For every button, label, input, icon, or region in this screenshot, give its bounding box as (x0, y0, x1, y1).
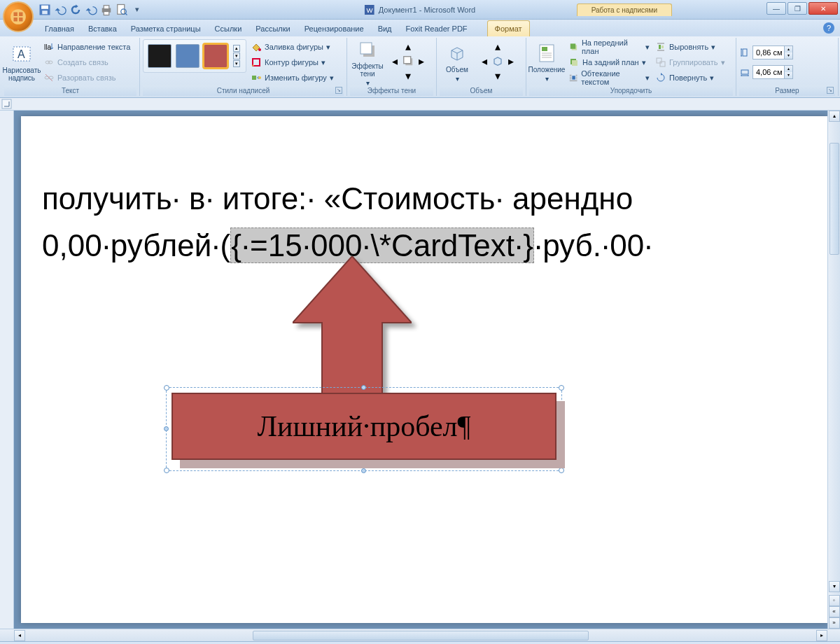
document-area: получить· в· итоге:· «Стоимость· арендно… (0, 111, 840, 629)
tab-foxit[interactable]: Foxit Reader PDF (399, 21, 475, 36)
style-swatch-3[interactable] (204, 44, 227, 68)
position-button[interactable]: Положение▾ (529, 39, 564, 85)
tab-review[interactable]: Рецензирование (298, 21, 371, 36)
qat-customize-icon[interactable]: ▾ (130, 3, 144, 17)
shape-outline-button[interactable]: Контур фигуры ▾ (249, 55, 335, 70)
title-bar: ▾ W Документ1 - Microsoft Word Работа с … (0, 0, 840, 20)
horizontal-ruler[interactable] (0, 98, 840, 111)
dialog-launcher-icon[interactable]: ↘ (335, 87, 342, 94)
status-bar: Страница: 1 из 1 Число слов: 2/69 Русски… (0, 641, 840, 644)
group-arrange-label: Упорядочить (529, 85, 733, 96)
draw-textbox-button[interactable]: A Нарисовать надпись (4, 39, 39, 85)
change-shape-button[interactable]: Изменить фигуру ▾ (249, 70, 335, 85)
send-back-button[interactable]: На задний план ▾ (567, 55, 651, 70)
scroll-right-icon[interactable]: ▸ (816, 630, 827, 641)
align-button[interactable]: Выровнять ▾ (654, 39, 727, 55)
svg-point-21 (258, 76, 261, 79)
text-direction-icon: lla (43, 41, 55, 52)
scroll-thumb-h[interactable] (253, 631, 589, 640)
tilt-up-icon[interactable]: ▴ (491, 39, 505, 53)
text-wrap-button[interactable]: Обтекание текстом ▾ (567, 70, 651, 85)
svg-rect-25 (404, 57, 411, 64)
office-button[interactable] (3, 1, 34, 32)
svg-rect-33 (659, 45, 661, 49)
group-shadow: Эффекты тени▾ ▴ ◂ ▸ ▾ Эффекты тени (347, 38, 437, 96)
textbox-icon: A (10, 43, 33, 65)
tab-pagelayout[interactable]: Разметка страницы (124, 21, 208, 36)
break-link-button[interactable]: Разорвать связь (42, 70, 132, 85)
group-3d: Объем▾ ▴ ◂ ▸ ▾ Объем (437, 38, 526, 96)
group-3d-label: Объем (440, 85, 523, 96)
document-text[interactable]: получить· в· итоге:· «Стоимость· арендно… (42, 176, 827, 270)
tilt-left-icon[interactable]: ◂ (477, 54, 491, 68)
scroll-down-icon[interactable]: ▾ (829, 581, 840, 592)
style-gallery[interactable]: ▴▾▾ (143, 39, 246, 73)
3d-toggle-icon[interactable] (491, 54, 505, 68)
create-link-button[interactable]: Создать связь (42, 55, 132, 70)
tab-home[interactable]: Главная (38, 21, 81, 36)
tab-format[interactable]: Формат (487, 20, 530, 36)
shadow-toggle-icon[interactable] (401, 54, 415, 68)
help-icon[interactable]: ? (823, 22, 834, 34)
shape-fill-button[interactable]: Заливка фигуры ▾ (249, 39, 335, 55)
height-field[interactable]: 0,86 см▴▾ (739, 45, 793, 60)
text-direction-button[interactable]: llaНаправление текста (42, 39, 132, 55)
arrow-shape[interactable] (293, 256, 412, 406)
textbox-shape[interactable]: Лишний·пробел¶ (172, 393, 556, 460)
horizontal-scrollbar[interactable]: ◂ ▸ (0, 629, 840, 641)
ruler-corner-icon[interactable] (1, 98, 13, 111)
qat-redo-icon[interactable] (84, 3, 98, 17)
browse-center-icon[interactable]: ◦ (829, 595, 840, 606)
group-text: A Нарисовать надпись llaНаправление текс… (1, 38, 140, 96)
shadow-effects-button[interactable]: Эффекты тени▾ (350, 39, 385, 85)
next-page-icon[interactable]: » (829, 617, 840, 629)
dialog-launcher-icon[interactable]: ↘ (827, 87, 834, 94)
scroll-left-icon[interactable]: ◂ (14, 630, 25, 641)
nudge-right-icon[interactable]: ▸ (414, 54, 428, 68)
cube-icon (446, 42, 468, 64)
page-viewport[interactable]: получить· в· итоге:· «Стоимость· арендно… (14, 111, 827, 629)
3d-effects-button[interactable]: Объем▾ (440, 39, 475, 85)
tilt-down-icon[interactable]: ▾ (491, 69, 505, 83)
svg-rect-32 (572, 76, 575, 79)
qat-save-icon[interactable] (38, 3, 52, 17)
style-swatch-2[interactable] (176, 44, 200, 68)
width-icon (739, 66, 750, 78)
minimize-button[interactable]: — (766, 2, 786, 15)
prev-page-icon[interactable]: « (829, 606, 840, 617)
vertical-scrollbar[interactable]: ▴ ▾ ◦ « » (827, 111, 840, 629)
qat-repeat-icon[interactable] (69, 3, 83, 17)
vertical-ruler[interactable] (0, 111, 14, 629)
textbox-content[interactable]: Лишний·пробел¶ (172, 393, 556, 460)
tilt-right-icon[interactable]: ▸ (504, 54, 518, 68)
svg-rect-39 (2, 99, 11, 108)
style-swatch-1[interactable] (148, 44, 172, 68)
tab-references[interactable]: Ссылки (208, 21, 249, 36)
svg-rect-29 (570, 43, 575, 48)
rotate-button[interactable]: Повернуть ▾ (654, 70, 727, 85)
nudge-up-icon[interactable]: ▴ (401, 39, 415, 53)
tab-mailings[interactable]: Рассылки (248, 21, 297, 36)
tab-insert[interactable]: Вставка (81, 21, 124, 36)
bring-front-button[interactable]: На передний план ▾ (567, 39, 651, 55)
close-button[interactable]: ✕ (808, 2, 838, 15)
tab-view[interactable]: Вид (371, 21, 399, 36)
qat-preview-icon[interactable] (115, 3, 129, 17)
nudge-down-icon[interactable]: ▾ (401, 69, 415, 83)
group-objects-button[interactable]: Группировать ▾ (654, 55, 727, 70)
align-icon (655, 41, 666, 52)
width-field[interactable]: 4,06 см▴▾ (739, 64, 793, 80)
scroll-up-icon[interactable]: ▴ (829, 111, 840, 122)
svg-rect-37 (743, 49, 747, 56)
qat-quickprint-icon[interactable] (99, 3, 113, 17)
svg-rect-27 (542, 47, 547, 51)
paint-bucket-icon (251, 41, 262, 52)
gallery-more[interactable]: ▴▾▾ (232, 45, 241, 67)
group-arrange: Положение▾ На передний план ▾ На задний … (526, 38, 736, 96)
nudge-left-icon[interactable]: ◂ (388, 54, 402, 68)
svg-rect-31 (572, 60, 578, 66)
scroll-thumb[interactable] (830, 143, 839, 255)
qat-undo-icon[interactable] (53, 3, 67, 17)
svg-point-0 (10, 9, 26, 24)
maximize-button[interactable]: ❐ (788, 2, 807, 15)
